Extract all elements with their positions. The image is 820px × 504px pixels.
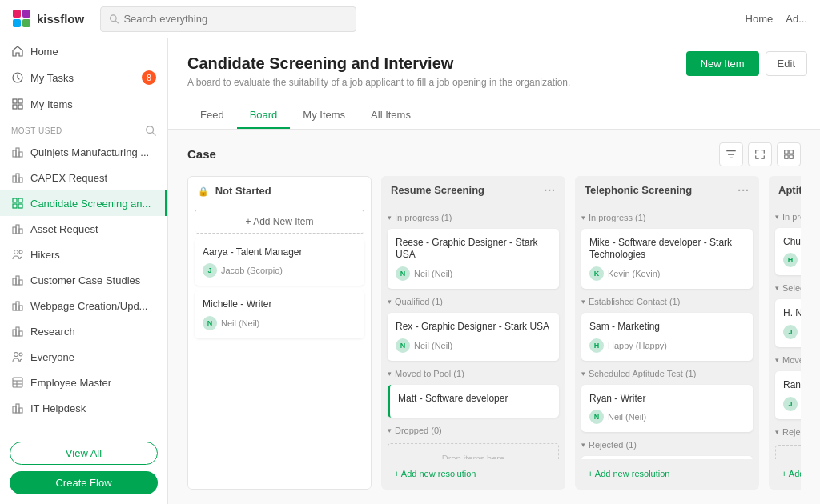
edit-button[interactable]: Edit	[766, 51, 807, 76]
card-reese[interactable]: Reese - Graphic Designer - Stark USA N N…	[388, 229, 559, 289]
my-tasks-badge: 8	[142, 70, 156, 85]
org-icon-research	[11, 325, 24, 338]
card-aarya-meta: J Jacob (Scorpio)	[203, 263, 356, 278]
sidebar-hikers-label: Hikers	[30, 249, 60, 261]
svg-rect-19	[13, 198, 17, 202]
layout-button[interactable]	[777, 142, 801, 166]
expand-icon	[754, 149, 766, 160]
card-nakamoto[interactable]: H. Nakamoto - Tal... J Jacob (Scorpio)	[775, 299, 801, 347]
filter-icon	[726, 149, 737, 160]
column-aptitude-body: ▾ In progress (1) Chun Li - Marketi... H…	[769, 204, 801, 459]
sidebar-home-label: Home	[30, 46, 58, 58]
sidebar-item-it-helpdesk[interactable]: IT Helpdesk	[0, 395, 167, 421]
tab-all-items[interactable]: All Items	[358, 102, 424, 129]
grid-icon	[11, 98, 24, 110]
section-in-progress-tel: ▾ In progress (1)	[581, 210, 753, 224]
add-resolution-apt[interactable]: + Add new resolu...	[775, 464, 801, 483]
svg-rect-43	[13, 406, 16, 413]
svg-rect-2	[13, 19, 21, 27]
svg-rect-23	[13, 227, 16, 234]
resume-dots-menu[interactable]: ···	[544, 184, 556, 197]
svg-rect-33	[19, 306, 22, 310]
sidebar-item-employee-master[interactable]: Employee Master	[0, 370, 167, 395]
card-michelle-title: Michelle - Writer	[203, 298, 356, 311]
svg-rect-35	[16, 327, 19, 336]
section-in-progress-apt: ▾ In progress (1)	[775, 209, 801, 223]
card-rand[interactable]: Rand - Talent Mar... J Jacob (Scorpio)	[775, 371, 801, 419]
card-ryan-title: Ryan - Writer	[589, 393, 745, 406]
content: Candidate Screening and Interview A boar…	[168, 38, 820, 504]
sidebar-item-research[interactable]: Research	[0, 318, 167, 344]
sidebar-item-asset[interactable]: Asset Request	[0, 216, 167, 242]
card-sam[interactable]: Sam - Marketing H Happy (Happy)	[581, 313, 753, 361]
nav-ad[interactable]: Ad...	[786, 13, 807, 25]
card-michelle[interactable]: Michelle - Writer N Neil (Neil)	[195, 290, 364, 338]
column-telephonic: Telephonic Screening ··· ▾ In progress (…	[575, 176, 759, 490]
telephonic-dots-menu[interactable]: ···	[738, 184, 750, 197]
kissflow-logo-icon	[13, 10, 32, 29]
drop-zone-apt: Drop item...	[775, 445, 801, 459]
expand-button[interactable]	[748, 142, 772, 166]
card-chunli[interactable]: Chun Li - Marketi... H Happy (Happy)	[775, 228, 801, 276]
search-box[interactable]	[100, 6, 356, 32]
svg-rect-48	[785, 155, 788, 158]
card-aarya[interactable]: Aarya - Talent Manager J Jacob (Scorpio)	[195, 238, 364, 286]
card-rex-title: Rex - Graphic Designer - Stark USA	[396, 321, 551, 334]
section-established-tel: ▾ Established Contact (1)	[581, 294, 753, 308]
card-matt[interactable]: Matt - Software developer	[388, 385, 559, 418]
search-mini-icon[interactable]	[145, 125, 156, 136]
tab-feed[interactable]: Feed	[187, 102, 237, 129]
logo: kissflow	[13, 10, 84, 29]
card-rex-meta: N Neil (Neil)	[396, 338, 551, 353]
lock-icon: 🔒	[198, 186, 209, 196]
tab-board[interactable]: Board	[237, 102, 291, 129]
card-mike-assignee: Kevin (Kevin)	[608, 269, 660, 278]
card-michelle-meta: N Neil (Neil)	[203, 316, 356, 330]
nav-home[interactable]: Home	[746, 13, 774, 25]
svg-rect-9	[13, 105, 17, 109]
sidebar-item-home[interactable]: Home	[0, 38, 167, 64]
org-icon-capex	[11, 171, 24, 184]
filter-button[interactable]	[719, 142, 743, 166]
create-flow-button[interactable]: Create Flow	[10, 471, 158, 494]
card-nakamoto-title: H. Nakamoto - Tal...	[783, 307, 801, 320]
sidebar-item-hikers[interactable]: Hikers	[0, 242, 167, 267]
sidebar-item-everyone[interactable]: Everyone	[0, 344, 167, 370]
table-icon-employee	[11, 376, 24, 389]
add-resolution-resume[interactable]: + Add new resolution	[388, 464, 559, 483]
card-ryan[interactable]: Ryan - Writer N Neil (Neil)	[581, 385, 753, 433]
content-header: Candidate Screening and Interview A boar…	[168, 38, 820, 130]
drop-zone-resume: Drop items here	[388, 443, 559, 459]
card-michelle-avatar: N	[203, 316, 217, 330]
sidebar-item-capex[interactable]: CAPEX Request	[0, 165, 167, 190]
card-chunli-meta: H Happy (Happy)	[783, 253, 801, 267]
sidebar-item-my-items[interactable]: My Items	[0, 91, 167, 117]
sidebar-item-webpage[interactable]: Webpage Creation/Upd...	[0, 293, 167, 318]
card-chunli-avatar: H	[783, 253, 798, 267]
svg-rect-16	[13, 176, 16, 182]
add-resolution-tel[interactable]: + Add new resolution	[581, 464, 753, 483]
svg-rect-30	[19, 280, 22, 285]
search-input[interactable]	[123, 13, 348, 25]
column-telephonic-header: Telephonic Screening ···	[575, 176, 759, 205]
add-new-item-button[interactable]: + Add New Item	[195, 210, 364, 234]
new-item-button[interactable]: New Item	[686, 51, 759, 76]
tab-my-items[interactable]: My Items	[290, 102, 358, 129]
card-matt-title: Matt - Software developer	[398, 393, 551, 406]
sidebar-item-customer-case[interactable]: Customer Case Studies	[0, 267, 167, 293]
section-in-progress-resume: ▾ In progress (1)	[388, 210, 559, 224]
card-reese-meta: N Neil (Neil)	[396, 266, 551, 281]
sidebar-asset-label: Asset Request	[30, 223, 98, 235]
org-icon-asset	[11, 222, 24, 235]
column-resume-footer: + Add new resolution	[381, 459, 565, 490]
view-all-button[interactable]: View All	[10, 442, 158, 465]
sidebar-item-quinjets[interactable]: Quinjets Manufacturing ...	[0, 139, 167, 165]
sidebar-item-candidate[interactable]: Candidate Screening an...	[0, 190, 167, 216]
org-icon-webpage	[11, 299, 24, 312]
svg-line-12	[153, 133, 156, 136]
card-rex[interactable]: Rex - Graphic Designer - Stark USA N Nei…	[388, 313, 559, 361]
sidebar-section-most-used: MOST USED	[0, 117, 167, 139]
card-mike[interactable]: Mike - Software developer - Stark Techno…	[581, 229, 753, 289]
svg-point-26	[14, 250, 18, 254]
sidebar-item-my-tasks[interactable]: My Tasks 8	[0, 64, 167, 91]
